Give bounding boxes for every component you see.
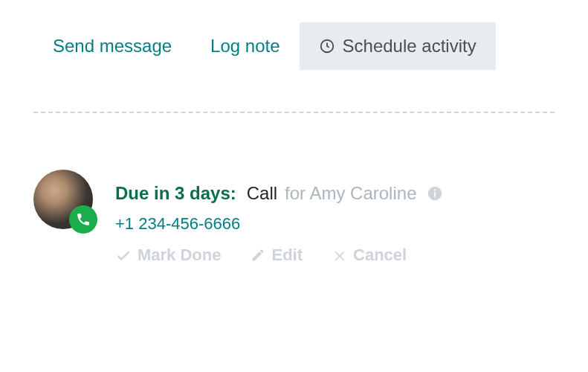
- activity-content: Due in 3 days Call for Amy Caroline +1 2…: [115, 170, 555, 265]
- tab-log-note[interactable]: Log note: [191, 22, 299, 70]
- tab-send-message[interactable]: Send message: [33, 22, 191, 70]
- action-label: Edit: [271, 246, 303, 265]
- tab-schedule-activity[interactable]: Schedule activity: [300, 22, 496, 70]
- activity-type: Call: [247, 183, 277, 204]
- activity-headline: Due in 3 days Call for Amy Caroline: [115, 183, 555, 204]
- avatar-wrap: [33, 170, 93, 229]
- check-icon: [115, 247, 132, 263]
- close-icon: [332, 248, 347, 263]
- activity-type-badge: [69, 205, 97, 234]
- phone-number[interactable]: +1 234-456-6666: [115, 214, 555, 234]
- mark-done-button[interactable]: Mark Done: [115, 246, 221, 265]
- cancel-button[interactable]: Cancel: [332, 246, 407, 265]
- action-label: Mark Done: [138, 246, 221, 265]
- phone-icon: [76, 212, 91, 227]
- pencil-icon: [251, 248, 265, 263]
- divider: [33, 112, 555, 113]
- activity-assignee: for Amy Caroline: [285, 183, 416, 204]
- action-label: Cancel: [353, 246, 407, 265]
- tab-label: Send message: [53, 36, 172, 57]
- due-label: Due in 3 days: [115, 183, 236, 204]
- edit-button[interactable]: Edit: [251, 246, 303, 265]
- tabs-bar: Send message Log note Schedule activity: [33, 22, 555, 70]
- activity-item: Due in 3 days Call for Amy Caroline +1 2…: [33, 170, 555, 265]
- svg-point-3: [434, 189, 436, 190]
- tab-label: Schedule activity: [343, 36, 476, 57]
- tab-label: Log note: [210, 36, 280, 57]
- svg-rect-2: [435, 192, 436, 196]
- activity-actions: Mark Done Edit Cancel: [115, 246, 555, 265]
- clock-icon: [319, 38, 335, 54]
- info-icon[interactable]: [427, 185, 443, 202]
